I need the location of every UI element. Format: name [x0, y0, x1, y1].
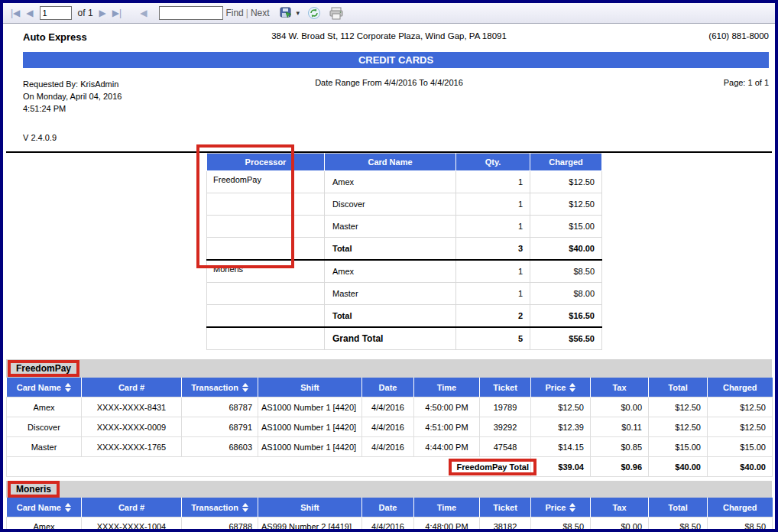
col-header-label: Card # [118, 503, 144, 512]
sort-icon[interactable] [65, 503, 71, 512]
page-indicator: Page: 1 of 1 [724, 78, 769, 87]
sort-icon[interactable] [242, 383, 248, 392]
col-header-transaction[interactable]: Transaction [182, 378, 258, 397]
sort-icon[interactable] [569, 503, 575, 512]
cell-transaction: 68791 [182, 417, 258, 437]
back-to-parent-button[interactable]: ◀ [137, 7, 150, 19]
col-header-label: Date [379, 383, 397, 392]
summary-cell-proc [207, 238, 325, 261]
summary-cell-proc: FreedomPay [207, 171, 325, 193]
col-header-transaction[interactable]: Transaction [182, 498, 258, 517]
col-header-price[interactable]: Price [531, 498, 591, 517]
col-header-price[interactable]: Price [531, 378, 591, 397]
cell-charged: $8.50 [708, 517, 773, 530]
summary-cell-card: Master [325, 283, 456, 305]
cell-price: $12.50 [531, 397, 591, 417]
summary-cell-card: Grand Total [325, 327, 456, 350]
previous-page-button[interactable]: ◀ [23, 7, 36, 19]
summary-cell-proc [207, 193, 325, 216]
summary-row: Total2$16.50 [207, 305, 602, 328]
col-header-label: Tax [612, 383, 626, 392]
summary-cell-charged: $8.50 [530, 260, 602, 283]
col-header-label: Charged [723, 383, 757, 392]
summary-cell-qty: 5 [456, 327, 530, 350]
summary-cell-qty: 1 [456, 193, 530, 216]
cell-price: $14.15 [531, 437, 591, 457]
summary-cell-card: Amex [325, 260, 456, 283]
search-input[interactable] [159, 6, 223, 20]
summary-cell-charged: $12.50 [530, 171, 602, 193]
summary-row: Discover1$12.50 [207, 193, 602, 216]
summary-table: Processor Card Name Qty. Charged Freedom… [206, 153, 602, 350]
version-label: V 2.4.0.9 [23, 133, 775, 142]
summary-row: Grand Total5$56.50 [207, 327, 602, 350]
cell-price: $8.50 [531, 517, 591, 530]
summary-cell-qty: 1 [456, 283, 530, 305]
section-band-freedompay: FreedomPay [6, 359, 772, 378]
col-header-processor: Processor [207, 154, 325, 171]
col-header-label: Charged [723, 503, 757, 512]
summary-cell-qty: 2 [456, 305, 530, 328]
summary-row: FreedomPayAmex1$12.50 [207, 171, 602, 193]
table-row: AmexXXXX-XXXX-100468788AS999 Number 2 [4… [7, 517, 773, 530]
cell-card-num: XXXX-XXXX-0009 [82, 417, 182, 437]
summary-cell-card: Total [325, 238, 456, 261]
freedompay-total-tax: $0.96 [591, 457, 649, 477]
find-link[interactable]: Find [225, 8, 243, 18]
report-page: Auto Express 384 W. Broad St, 112 Corpor… [3, 24, 775, 529]
sort-icon[interactable] [65, 383, 71, 392]
cell-card-name: Amex [7, 517, 82, 530]
summary-cell-charged: $8.00 [530, 283, 602, 305]
report-title-banner: CREDIT CARDS [23, 52, 769, 68]
summary-row: Total3$40.00 [207, 238, 602, 261]
sort-up-arrow [569, 503, 575, 507]
col-header-card-num: Card # [82, 378, 182, 397]
find-next-link[interactable]: Next [251, 8, 270, 18]
last-page-button[interactable]: ▶| [109, 7, 125, 19]
report-header: Auto Express 384 W. Broad St, 112 Corpor… [3, 31, 775, 45]
sort-icon[interactable] [242, 503, 248, 512]
page-number-input[interactable] [40, 6, 72, 20]
col-header-total: Total [649, 378, 708, 397]
summary-cell-qty: 1 [456, 216, 530, 238]
cell-date: 4/4/2016 [362, 397, 414, 417]
cell-shift: AS1000 Number 1 [4420] [258, 437, 362, 457]
col-header-card-name[interactable]: Card Name [7, 378, 82, 397]
report-toolbar: |◀ ◀ of 1 ▶ ▶| ◀ Find | Next ▾ [3, 3, 775, 24]
date-range-label: Date Range From 4/4/2016 To 4/4/2016 [3, 78, 775, 87]
cell-tax: $0.11 [591, 417, 649, 437]
print-button[interactable] [329, 7, 344, 20]
col-header-charged: Charged [530, 154, 602, 171]
col-header-card-name[interactable]: Card Name [7, 498, 82, 517]
cell-price: $12.39 [531, 417, 591, 437]
sort-up-arrow [569, 383, 575, 387]
col-header-label: Shift [300, 383, 319, 392]
col-header-label: Ticket [493, 383, 517, 392]
report-meta: Requested By: KrisAdmin On Monday, April… [3, 78, 775, 115]
next-page-button[interactable]: ▶ [96, 7, 109, 19]
detail-header-row: Card NameCard #TransactionShiftDateTimeT… [7, 378, 773, 397]
summary-cell-qty: 3 [456, 238, 530, 261]
freedompay-total-charged: $40.00 [708, 457, 773, 477]
summary-cell-charged: $56.50 [530, 327, 602, 350]
col-header-label: Card Name [17, 503, 61, 512]
cell-card-name: Discover [7, 417, 82, 437]
col-header-label: Shift [300, 503, 319, 512]
company-phone: (610) 881-8000 [708, 31, 769, 41]
cell-tax: $0.00 [591, 397, 649, 417]
cell-total: $8.50 [649, 517, 708, 530]
col-header-tax: Tax [591, 498, 649, 517]
refresh-button[interactable] [307, 6, 321, 20]
col-header-label: Total [668, 503, 687, 512]
export-dropdown-caret[interactable]: ▾ [297, 9, 300, 17]
freedompay-total-label: FreedomPay Total [449, 459, 536, 475]
cell-card-num: XXXX-XXXX-8431 [82, 397, 182, 417]
col-header-time: Time [414, 498, 480, 517]
find-next-separator: | [246, 8, 248, 18]
first-page-button[interactable]: |◀ [8, 7, 23, 19]
col-header-label: Time [437, 383, 456, 392]
cell-shift: AS1000 Number 1 [4420] [258, 417, 362, 437]
cell-time: 4:44:00 PM [414, 437, 480, 457]
sort-icon[interactable] [569, 383, 575, 392]
export-button[interactable]: ▾ [280, 7, 300, 19]
